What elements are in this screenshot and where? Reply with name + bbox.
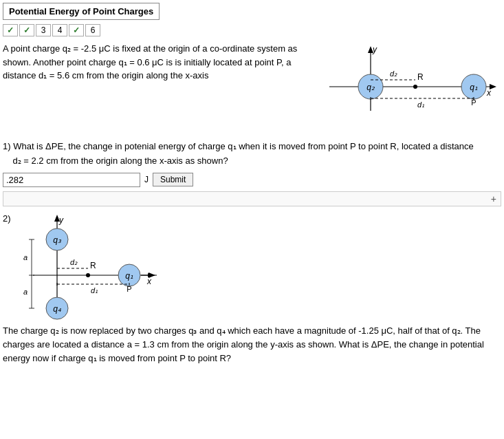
svg-text:R: R: [90, 261, 96, 270]
svg-point-11: [413, 85, 417, 89]
svg-text:q₃: q₃: [53, 235, 62, 245]
svg-text:P: P: [127, 285, 131, 293]
problem2-section: 2) y x q₃ q₄ a: [3, 213, 501, 365]
svg-text:d₂: d₂: [390, 69, 397, 78]
svg-text:q₁: q₁: [125, 271, 133, 281]
problem1-section: A point charge q₂ = -2.5 μC is fixed at …: [3, 42, 501, 131]
svg-text:R: R: [417, 72, 424, 82]
unit1-label: J: [144, 175, 149, 184]
problem2-text: The charge q₂ is now replaced by two cha…: [3, 324, 501, 365]
toolbar: ✓ ✓ 3 4 ✓ 6: [3, 24, 501, 36]
toolbar-num-4[interactable]: 4: [52, 24, 67, 36]
svg-text:a: a: [23, 288, 28, 296]
diagram2-area: y x q₃ q₄ a a q₁: [19, 213, 171, 320]
svg-text:y: y: [372, 45, 377, 54]
submit1-button[interactable]: Submit: [153, 173, 193, 186]
expand-bar[interactable]: +: [3, 191, 501, 206]
svg-text:a: a: [23, 253, 28, 261]
svg-text:y: y: [58, 215, 64, 225]
check-icon-2[interactable]: ✓: [19, 24, 34, 36]
problem2-num: 2): [3, 213, 11, 224]
svg-text:q₂: q₂: [366, 83, 375, 92]
answer1-row: J Submit: [3, 173, 501, 187]
problem2-top: 2) y x q₃ q₄ a: [3, 213, 501, 320]
svg-text:x: x: [146, 277, 152, 286]
diagram1-area: y x q₂ q₁ P R d₂ d₁: [316, 42, 501, 131]
plus-icon: +: [491, 193, 496, 204]
check-icon-1[interactable]: ✓: [3, 24, 18, 36]
svg-text:d₁: d₁: [91, 286, 98, 295]
check-icon-3[interactable]: ✓: [69, 24, 84, 36]
toolbar-num-6[interactable]: 6: [85, 24, 100, 36]
answer1-input[interactable]: [3, 173, 140, 187]
svg-text:x: x: [486, 88, 492, 98]
svg-point-41: [86, 273, 90, 277]
svg-text:q₄: q₄: [53, 304, 61, 314]
svg-text:d₂: d₂: [70, 258, 78, 266]
svg-text:q₁: q₁: [470, 83, 478, 92]
problem1-text: A point charge q₂ = -2.5 μC is fixed at …: [3, 42, 309, 83]
toolbar-num-3[interactable]: 3: [36, 24, 51, 36]
title-bar: Potential Energy of Point Charges: [3, 3, 160, 20]
question1-text: 1) What is ΔPE, the change in potenial e…: [3, 140, 501, 169]
svg-text:d₁: d₁: [417, 100, 424, 109]
page-title: Potential Energy of Point Charges: [9, 6, 153, 17]
